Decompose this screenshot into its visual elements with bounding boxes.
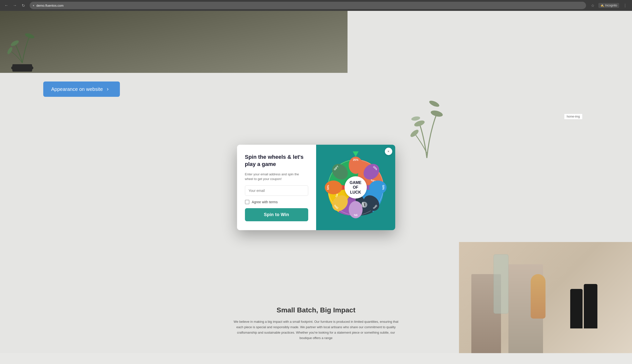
wheel-center-line1: GAME: [350, 180, 362, 185]
nav-buttons: ← → ↻: [3, 2, 27, 9]
svg-text:5%: 5%: [354, 214, 357, 216]
svg-text:50%: 50%: [382, 185, 385, 190]
terms-label: Agree with terms: [252, 200, 278, 204]
wheel-pointer: [353, 152, 359, 157]
bookmark-button[interactable]: ☆: [589, 2, 596, 9]
popup-modal: × Spin the wheels & let's play a game En…: [237, 145, 395, 230]
incognito-badge: 🕵 Incognito: [598, 3, 619, 8]
site-icon: ●: [33, 4, 34, 7]
spin-button-label: Spin to Win: [264, 212, 289, 217]
close-icon: ×: [387, 150, 389, 153]
browser-actions: ☆ 🕵 Incognito ⋮: [589, 2, 629, 9]
terms-row: Agree with terms: [245, 200, 308, 204]
wheel-center: GAME OF LUCK: [345, 176, 367, 198]
popup-title: Spin the wheels & let's play a game: [245, 154, 308, 168]
incognito-label: Incognito: [605, 4, 617, 7]
wheel-center-line3: LUCK: [350, 190, 361, 194]
email-input[interactable]: [245, 186, 308, 196]
popup-left-panel: Spin the wheels & let's play a game Ente…: [237, 145, 316, 230]
svg-text:25%: 25%: [353, 158, 358, 161]
browser-chrome: ← → ↻ ● demo.fluentos.com ☆ 🕵 Incognito …: [0, 0, 632, 11]
close-button[interactable]: ×: [385, 148, 392, 155]
address-bar[interactable]: ● demo.fluentos.com: [30, 2, 586, 9]
page-background: Appearance on website › home-img Small B…: [0, 0, 632, 353]
back-button[interactable]: ←: [3, 2, 10, 9]
terms-checkbox[interactable]: [245, 200, 249, 204]
popup-subtitle: Enter your email address and spin the wh…: [245, 172, 308, 182]
modal-overlay: × Spin the wheels & let's play a game En…: [0, 0, 632, 364]
reload-button[interactable]: ↻: [20, 2, 27, 9]
incognito-icon: 🕵: [600, 4, 604, 7]
popup-right-panel: 25% 15% 50% 30% 5%: [316, 145, 395, 230]
url-text: demo.fluentos.com: [36, 4, 64, 8]
svg-text:50%: 50%: [327, 185, 330, 190]
spin-to-win-button[interactable]: Spin to Win: [245, 208, 308, 221]
wheel-center-line2: OF: [353, 185, 358, 190]
forward-button[interactable]: →: [11, 2, 18, 9]
menu-button[interactable]: ⋮: [621, 2, 629, 9]
wheel-container: 25% 15% 50% 30% 5%: [324, 155, 388, 220]
